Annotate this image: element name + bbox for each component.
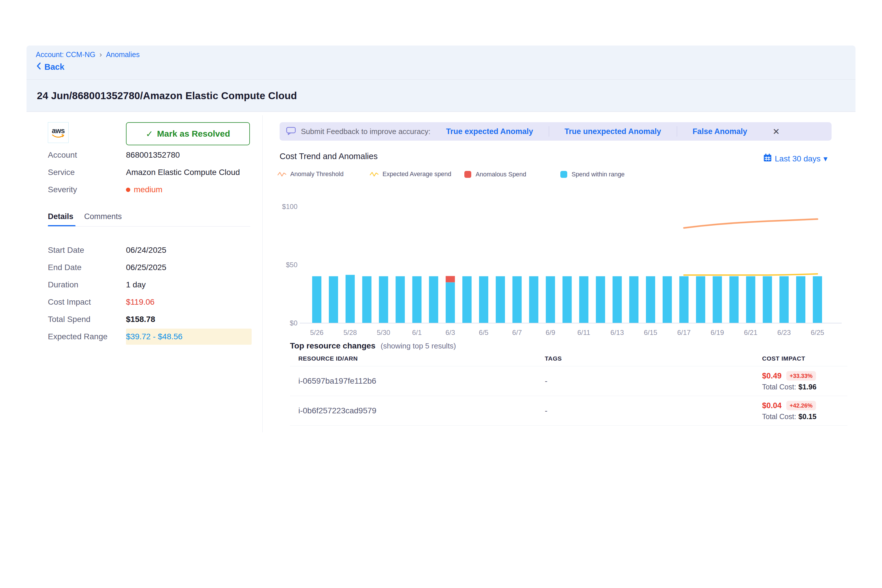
legend-label: Spend within range <box>572 171 625 178</box>
aws-smile-icon <box>52 134 65 138</box>
close-icon[interactable]: ✕ <box>772 126 780 136</box>
duration-label: Duration <box>48 280 78 290</box>
svg-text:$50: $50 <box>286 261 297 268</box>
aws-logo: aws <box>48 122 69 143</box>
resource-cost-impact: $0.04 +42.26% Total Cost:$0.15 <box>762 401 817 421</box>
svg-text:6/21: 6/21 <box>744 328 758 336</box>
tab-details[interactable]: Details <box>48 212 74 221</box>
cost-impact-amount: $0.49 <box>762 372 782 381</box>
table-row[interactable]: i-0b6f257223cad9579 - $0.04 +42.26% Tota… <box>290 396 848 426</box>
service-label: Service <box>48 168 75 177</box>
cost-delta-badge: +33.33% <box>786 371 816 381</box>
true-unexpected-anomaly-button[interactable]: True unexpected Anomaly <box>549 127 677 136</box>
resources-subtitle: (showing top 5 results) <box>381 342 456 350</box>
legend-anomalous-spend[interactable]: Anomalous Spend <box>464 171 526 178</box>
svg-text:5/26: 5/26 <box>310 328 324 336</box>
svg-text:6/7: 6/7 <box>512 328 522 336</box>
svg-text:6/15: 6/15 <box>644 328 657 336</box>
feedback-prompt: Submit Feedback to improve accuracy: <box>301 127 430 136</box>
legend-anomaly-threshold[interactable]: Anomaly Threshold <box>278 171 344 178</box>
legend-expected-average-spend[interactable]: Expected Average spend <box>370 171 452 178</box>
svg-text:6/9: 6/9 <box>546 328 555 336</box>
page-header: Account: CCM-NG › Anomalies Back <box>27 45 855 79</box>
svg-text:5/28: 5/28 <box>343 328 357 336</box>
total-cost-label: Total Cost: <box>762 383 796 391</box>
resource-id: i-0b6f257223cad9579 <box>298 406 376 416</box>
total-cost-value: $1.96 <box>798 383 817 391</box>
expected-range-value: $39.72 - $48.56 <box>126 332 183 342</box>
total-cost-label: Total Cost: <box>762 412 796 420</box>
mark-as-resolved-button[interactable]: ✓ Mark as Resolved <box>126 122 250 145</box>
cost-impact-value: $119.06 <box>126 297 154 307</box>
legend-label: Anomalous Spend <box>476 171 526 178</box>
true-expected-anomaly-button[interactable]: True expected Anomaly <box>430 127 549 136</box>
resources-title-text: Top resource changes <box>290 341 376 350</box>
svg-text:6/1: 6/1 <box>412 328 422 336</box>
svg-text:6/19: 6/19 <box>711 328 724 336</box>
resources-table: RESOURCE ID/ARN TAGS COST IMPACT i-06597… <box>290 355 848 426</box>
cost-impact-amount: $0.04 <box>762 401 782 410</box>
svg-text:$100: $100 <box>282 202 297 210</box>
tab-comments[interactable]: Comments <box>84 212 122 221</box>
resource-tags: - <box>545 406 548 416</box>
caret-down-icon: ▾ <box>824 154 828 164</box>
tab-divider <box>48 226 250 226</box>
service-value: Amazon Elastic Compute Cloud <box>126 168 240 177</box>
svg-text:6/3: 6/3 <box>446 328 455 336</box>
false-anomaly-button[interactable]: False Anomaly <box>677 127 763 136</box>
svg-text:6/25: 6/25 <box>811 328 824 336</box>
anomalous-spend-square-icon <box>464 171 471 178</box>
resource-id: i-06597ba197fe112b6 <box>298 376 376 386</box>
resource-tags: - <box>545 376 548 386</box>
resources-title: Top resource changes (showing top 5 resu… <box>290 341 456 351</box>
svg-text:6/5: 6/5 <box>479 328 488 336</box>
anomaly-threshold-line-icon <box>278 171 286 177</box>
severity-text: medium <box>134 185 163 195</box>
svg-text:6/17: 6/17 <box>677 328 691 336</box>
date-range-picker[interactable]: Last 30 days ▾ <box>763 153 828 164</box>
start-date-value: 06/24/2025 <box>126 245 166 255</box>
expected-average-line-icon <box>370 171 378 177</box>
chevron-left-icon <box>36 62 42 72</box>
calendar-icon <box>763 153 772 164</box>
feedback-bar: Submit Feedback to improve accuracy: Tru… <box>280 122 831 141</box>
legend-label: Expected Average spend <box>382 171 452 178</box>
total-spend-label: Total Spend <box>48 315 90 324</box>
severity-dot-icon <box>126 188 130 192</box>
account-label: Account <box>48 150 77 160</box>
legend-spend-within-range[interactable]: Spend within range <box>560 171 625 178</box>
column-tags: TAGS <box>545 355 562 362</box>
end-date-label: End Date <box>48 262 82 272</box>
cost-impact-label: Cost Impact <box>48 297 91 307</box>
resource-cost-impact: $0.49 +33.33% Total Cost:$1.96 <box>762 371 817 391</box>
total-cost-value: $0.15 <box>798 412 817 420</box>
title-bar: 24 Jun/868001352780/Amazon Elastic Compu… <box>27 79 855 112</box>
start-date-label: Start Date <box>48 245 84 255</box>
breadcrumb-anomalies-link[interactable]: Anomalies <box>106 51 140 59</box>
breadcrumb: Account: CCM-NG › Anomalies <box>36 50 140 59</box>
svg-text:$0: $0 <box>290 319 297 327</box>
svg-text:5/30: 5/30 <box>377 328 390 336</box>
spend-within-range-square-icon <box>560 171 567 178</box>
account-value: 868001352780 <box>126 150 180 160</box>
column-resource-id: RESOURCE ID/ARN <box>298 355 358 362</box>
severity-value: medium <box>126 185 163 195</box>
expected-range-label: Expected Range <box>48 332 108 342</box>
svg-text:6/11: 6/11 <box>578 328 590 336</box>
panel-divider <box>262 115 262 432</box>
back-button[interactable]: Back <box>36 62 64 72</box>
total-spend-value: $158.78 <box>126 315 155 324</box>
back-label: Back <box>44 62 64 72</box>
anomaly-detail-page: Account: CCM-NG › Anomalies Back 24 Jun/… <box>0 0 882 588</box>
check-icon: ✓ <box>146 129 153 139</box>
end-date-value: 06/25/2025 <box>126 262 166 272</box>
breadcrumb-account-link[interactable]: Account: CCM-NG <box>36 51 95 59</box>
mark-as-resolved-label: Mark as Resolved <box>157 129 230 139</box>
cost-trend-chart[interactable]: $0$50$1005/265/285/306/16/36/56/76/96/11… <box>280 189 853 338</box>
table-header-row: RESOURCE ID/ARN TAGS COST IMPACT <box>290 355 848 366</box>
svg-text:6/13: 6/13 <box>610 328 624 336</box>
breadcrumb-chevron-icon: › <box>99 50 102 59</box>
table-row[interactable]: i-06597ba197fe112b6 - $0.49 +33.33% Tota… <box>290 366 848 396</box>
date-range-label: Last 30 days <box>775 154 820 164</box>
duration-value: 1 day <box>126 280 146 290</box>
